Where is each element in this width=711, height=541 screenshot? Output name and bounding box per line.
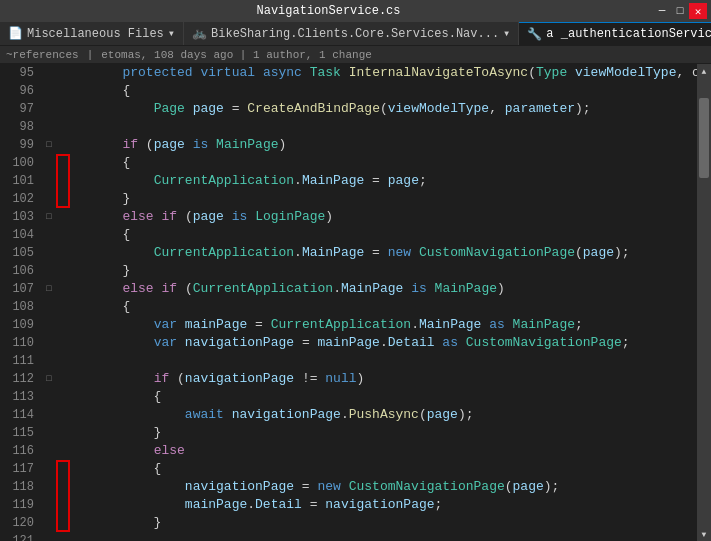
line-number: 111 bbox=[0, 352, 34, 370]
line-number: 112 bbox=[0, 370, 34, 388]
line-number: 96 bbox=[0, 82, 34, 100]
misc-tab-icon: 📄 bbox=[8, 26, 23, 41]
line-number: 95 bbox=[0, 64, 34, 82]
code-line: var navigationPage = mainPage.Detail as … bbox=[56, 334, 697, 352]
code-line bbox=[56, 118, 697, 136]
info-bar: ~references | etomas, 108 days ago | 1 a… bbox=[0, 46, 711, 64]
line-number: 117 bbox=[0, 460, 34, 478]
fold-indicator[interactable]: □ bbox=[42, 208, 56, 226]
bikesharing-tab-label: BikeSharing.Clients.Core.Services.Nav... bbox=[211, 27, 499, 41]
line-number: 103 bbox=[0, 208, 34, 226]
navservice-tab-label: a _authenticationService bbox=[546, 27, 711, 41]
tab-navservice[interactable]: 🔧 a _authenticationService bbox=[519, 22, 711, 45]
line-number: 102 bbox=[0, 190, 34, 208]
fold-indicator bbox=[42, 496, 56, 514]
line-number: 113 bbox=[0, 388, 34, 406]
code-line: } bbox=[56, 262, 697, 280]
code-line: else bbox=[56, 442, 697, 460]
line-number: 105 bbox=[0, 244, 34, 262]
fold-indicator bbox=[42, 478, 56, 496]
fold-indicator bbox=[42, 352, 56, 370]
code-content[interactable]: protected virtual async Task InternalNav… bbox=[56, 64, 697, 541]
fold-indicator bbox=[42, 64, 56, 82]
code-line: } bbox=[56, 190, 697, 208]
code-line bbox=[56, 532, 697, 541]
misc-tab-dropdown[interactable]: ▾ bbox=[168, 26, 175, 41]
fold-indicator bbox=[42, 190, 56, 208]
line-number: 101 bbox=[0, 172, 34, 190]
line-number: 121 bbox=[0, 532, 34, 541]
scroll-arrow-up[interactable]: ▲ bbox=[697, 64, 711, 78]
bikesharing-tab-icon: 🚲 bbox=[192, 26, 207, 41]
code-line: { bbox=[56, 154, 697, 172]
close-button[interactable]: ✕ bbox=[689, 3, 707, 19]
line-numbers: 9596979899100101102103104105106107108109… bbox=[0, 64, 42, 541]
fold-indicator bbox=[42, 226, 56, 244]
code-line bbox=[56, 352, 697, 370]
code-line: else if (CurrentApplication.MainPage is … bbox=[56, 280, 697, 298]
tab-misc[interactable]: 📄 Miscellaneous Files ▾ bbox=[0, 22, 184, 45]
code-line: } bbox=[56, 424, 697, 442]
fold-indicator bbox=[42, 82, 56, 100]
fold-indicator bbox=[42, 442, 56, 460]
fold-indicator bbox=[42, 424, 56, 442]
line-number: 120 bbox=[0, 514, 34, 532]
code-line: CurrentApplication.MainPage = page; bbox=[56, 172, 697, 190]
line-number: 114 bbox=[0, 406, 34, 424]
tab-bar: 📄 Miscellaneous Files ▾ 🚲 BikeSharing.Cl… bbox=[0, 22, 711, 46]
fold-indicator bbox=[42, 172, 56, 190]
navservice-tab-icon: 🔧 bbox=[527, 27, 542, 42]
scrollbar[interactable]: ▲ ▼ bbox=[697, 64, 711, 541]
title-bar: NavigationService.cs ─ □ ✕ bbox=[0, 0, 711, 22]
fold-indicator bbox=[42, 298, 56, 316]
code-line: { bbox=[56, 388, 697, 406]
code-line: mainPage.Detail = navigationPage; bbox=[56, 496, 697, 514]
fold-column: □□□□ bbox=[42, 64, 56, 541]
fold-indicator bbox=[42, 100, 56, 118]
bikesharing-tab-dropdown[interactable]: ▾ bbox=[503, 26, 510, 41]
minimize-button[interactable]: ─ bbox=[653, 3, 671, 19]
info-separator: | bbox=[87, 49, 94, 61]
fold-indicator[interactable]: □ bbox=[42, 280, 56, 298]
fold-indicator bbox=[42, 154, 56, 172]
fold-indicator bbox=[42, 514, 56, 532]
fold-indicator bbox=[42, 118, 56, 136]
line-number: 104 bbox=[0, 226, 34, 244]
code-line: await navigationPage.PushAsync(page); bbox=[56, 406, 697, 424]
line-number: 100 bbox=[0, 154, 34, 172]
line-number: 99 bbox=[0, 136, 34, 154]
maximize-button[interactable]: □ bbox=[671, 3, 689, 19]
tab-bikesharing[interactable]: 🚲 BikeSharing.Clients.Core.Services.Nav.… bbox=[184, 22, 519, 45]
line-number: 119 bbox=[0, 496, 34, 514]
fold-indicator bbox=[42, 334, 56, 352]
author-info: etomas, 108 days ago | 1 author, 1 chang… bbox=[101, 49, 372, 61]
line-number: 98 bbox=[0, 118, 34, 136]
misc-tab-label: Miscellaneous Files bbox=[27, 27, 164, 41]
code-line: if (page is MainPage) bbox=[56, 136, 697, 154]
scroll-thumb[interactable] bbox=[699, 98, 709, 178]
code-line: { bbox=[56, 82, 697, 100]
editor: 9596979899100101102103104105106107108109… bbox=[0, 64, 711, 541]
code-line: if (navigationPage != null) bbox=[56, 370, 697, 388]
title-text: NavigationService.cs bbox=[4, 4, 653, 18]
fold-indicator bbox=[42, 532, 56, 541]
line-number: 107 bbox=[0, 280, 34, 298]
line-number: 109 bbox=[0, 316, 34, 334]
line-number: 118 bbox=[0, 478, 34, 496]
scroll-arrow-down[interactable]: ▼ bbox=[697, 527, 711, 541]
code-line: { bbox=[56, 298, 697, 316]
code-line: { bbox=[56, 460, 697, 478]
line-number: 106 bbox=[0, 262, 34, 280]
code-line: protected virtual async Task InternalNav… bbox=[56, 64, 697, 82]
code-line: } bbox=[56, 514, 697, 532]
code-line: var mainPage = CurrentApplication.MainPa… bbox=[56, 316, 697, 334]
code-line: CurrentApplication.MainPage = new Custom… bbox=[56, 244, 697, 262]
fold-indicator[interactable]: □ bbox=[42, 370, 56, 388]
fold-indicator bbox=[42, 388, 56, 406]
fold-indicator bbox=[42, 460, 56, 478]
fold-indicator bbox=[42, 316, 56, 334]
line-number: 116 bbox=[0, 442, 34, 460]
line-number: 97 bbox=[0, 100, 34, 118]
references-indicator: ~references bbox=[6, 49, 79, 61]
fold-indicator[interactable]: □ bbox=[42, 136, 56, 154]
